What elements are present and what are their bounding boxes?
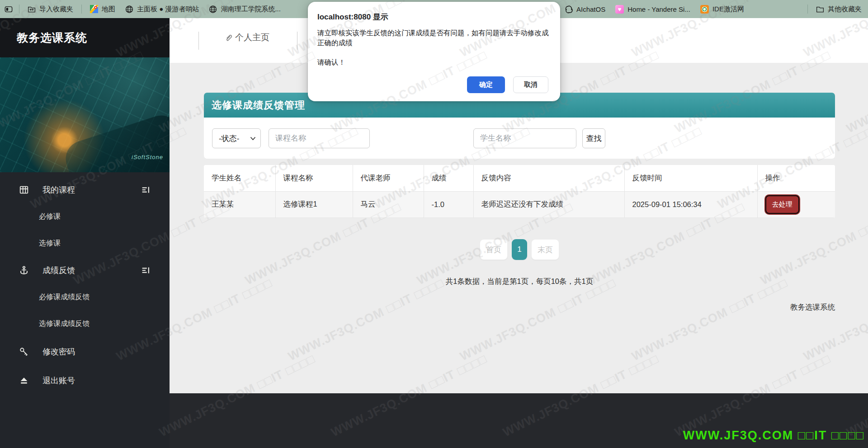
filter-card: -状态- 查找	[204, 118, 835, 159]
bookmark-label: 湖南理工学院系统...	[221, 5, 281, 14]
bookmarks-right-group: AIchatOS ♥ Home - Yandere Si... IDE激活网	[563, 0, 746, 18]
sidebar-item-required-courses[interactable]: 必修课	[0, 203, 170, 230]
student-name-input[interactable]	[473, 128, 576, 148]
filter-row: -状态- 查找	[212, 128, 605, 148]
bookmark-other-favorites[interactable]: 其他收藏夹	[814, 3, 863, 15]
sidebar-item-label: 成绩反馈	[42, 265, 75, 276]
column-header: 课程名称	[275, 165, 353, 191]
column-header: 学生姓名	[204, 165, 275, 191]
sidebar-menu: 我的课程 必修课 选修课 成绩反馈 必修课成绩反馈 选修课成绩反馈	[0, 172, 170, 395]
topnav-divider	[297, 32, 297, 50]
bookmark-hnist-system[interactable]: 湖南理工学院系统...	[207, 3, 283, 15]
last-page-button[interactable]: 末页	[531, 239, 559, 260]
page-title: 选修课成绩反馈管理	[212, 99, 305, 112]
dialog-message: 请立即核实该学生反馈的这门课成绩是否有问题，如有问题请去手动修改成正确的成绩	[317, 28, 551, 48]
paperclip-icon	[224, 33, 233, 42]
personal-home-label: 个人主页	[235, 32, 269, 43]
footer-system-name: 教务选课系统	[790, 302, 835, 312]
sidebar-banner-image: iSoftStone	[0, 57, 170, 172]
bookmarks-divider	[807, 5, 808, 14]
bookmark-label: 其他收藏夹	[828, 5, 862, 14]
cell-feedback-time: 2025-09-01 15:06:34	[624, 191, 757, 217]
globe-icon	[209, 5, 217, 13]
sidebar: 教务选课系统 iSoftStone 我的课程 必修课 选修课 成绩反馈	[0, 18, 170, 448]
table-grid-icon	[19, 185, 29, 195]
app-title: 教务选课系统	[17, 30, 87, 45]
table-row: 王某某 选修课程1 马云 -1.0 老师迟迟还没有下发成绩 2025-09-01…	[204, 191, 835, 217]
bookmark-label: 地图	[102, 5, 115, 14]
bottom-dark-band	[170, 393, 868, 448]
sidebar-item-logout[interactable]: 退出账号	[0, 366, 170, 395]
course-name-input[interactable]	[269, 128, 370, 148]
bookmark-yandere-home[interactable]: ♥ Home - Yandere Si...	[613, 3, 692, 15]
cell-teacher: 马云	[353, 191, 424, 217]
bookmarks-divider	[19, 5, 19, 14]
current-page-button[interactable]: 1	[512, 239, 527, 260]
sidebar-item-label: 必修课	[39, 212, 61, 222]
dialog-title: localhost:8080 显示	[317, 12, 551, 22]
sidebar-item-elective-grade-feedback[interactable]: 选修课成绩反馈	[0, 311, 170, 337]
submenu-list-icon[interactable]	[141, 185, 151, 195]
column-header: 反馈时间	[624, 165, 757, 191]
globe-icon	[125, 5, 133, 13]
bookmark-maps[interactable]: 地图	[88, 3, 117, 15]
bookmark-ide-activation[interactable]: IDE激活网	[698, 3, 746, 15]
sidebar-item-change-password[interactable]: 修改密码	[0, 337, 170, 366]
status-select-value: -状态-	[219, 133, 239, 144]
first-page-button[interactable]: 首页	[480, 239, 508, 260]
bookmarks-other-group: 其他收藏夹	[807, 0, 863, 18]
submenu-list-icon[interactable]	[141, 265, 151, 275]
topnav-divider	[198, 32, 199, 50]
sidebar-item-label: 必修课成绩反馈	[39, 292, 90, 302]
bookmark-import-favorites[interactable]: 导入收藏夹	[26, 3, 75, 15]
bookmarks-left-group: 导入收藏夹 地图 主面板 ● 漫游者哨站 湖南理工学院系统... C	[5, 0, 355, 18]
dialog-cancel-button[interactable]: 取消	[513, 76, 548, 93]
bookmark-aichatos[interactable]: AIchatOS	[563, 3, 607, 15]
pagination: 首页 1 末页	[204, 239, 835, 260]
sidebar-item-label: 退出账号	[42, 375, 75, 386]
sidebar-item-elective-courses[interactable]: 选修课	[0, 230, 170, 257]
bookmark-label: 导入收藏夹	[39, 5, 73, 14]
cell-feedback: 老师迟迟还没有下发成绩	[473, 191, 624, 217]
column-header: 反馈内容	[473, 165, 624, 191]
eject-icon	[19, 376, 29, 386]
banner-logo-text: iSoftStone	[132, 154, 163, 160]
anchor-icon	[19, 265, 29, 275]
sidebar-item-label: 我的课程	[42, 184, 75, 195]
sidebar-item-label: 选修课成绩反馈	[39, 319, 90, 329]
heart-icon: ♥	[615, 5, 624, 14]
cell-course-name: 选修课程1	[275, 191, 353, 217]
bookmark-dashboard[interactable]: 主面板 ● 漫游者哨站	[123, 3, 201, 15]
main-content: 选修课成绩反馈管理 -状态- 查找 学生姓名 课程名称 代课老师 成绩	[170, 63, 868, 393]
cell-student-name: 王某某	[204, 191, 275, 217]
bookmark-label: IDE激活网	[712, 5, 744, 14]
import-folder-icon	[28, 5, 36, 13]
sidebar-item-label: 修改密码	[42, 346, 75, 357]
status-select[interactable]: -状态-	[212, 128, 261, 148]
column-header: 操作	[757, 165, 835, 191]
dialog-confirm-note: 请确认！	[317, 58, 551, 67]
bookmark-label: AIchatOS	[576, 5, 605, 13]
chevron-down-icon	[250, 137, 256, 141]
browser-alert-dialog: localhost:8080 显示 请立即核实该学生反馈的这门课成绩是否有问题，…	[308, 2, 560, 101]
table-header-row: 学生姓名 课程名称 代课老师 成绩 反馈内容 反馈时间 操作	[204, 165, 835, 191]
search-button[interactable]: 查找	[582, 128, 605, 148]
ai-knot-icon	[565, 5, 573, 13]
dialog-ok-button[interactable]: 确定	[467, 76, 505, 93]
bookmarks-divider	[81, 5, 82, 14]
pagination-summary: 共1条数据，当前是第1页，每页10条，共1页	[204, 277, 835, 287]
feedback-table: 学生姓名 课程名称 代课老师 成绩 反馈内容 反馈时间 操作 王某某 选修课程1…	[204, 165, 835, 218]
handle-button[interactable]: 去处理	[765, 195, 799, 214]
key-icon	[19, 347, 29, 357]
folder-icon	[816, 5, 824, 13]
bookmark-label: Home - Yandere Si...	[627, 5, 690, 13]
dialog-buttons: 确定 取消	[467, 76, 548, 93]
sidebar-title-band: 教务选课系统	[0, 18, 170, 57]
sidebar-item-my-courses[interactable]: 我的课程	[0, 176, 170, 203]
sidebar-item-required-grade-feedback[interactable]: 必修课成绩反馈	[0, 284, 170, 311]
tab-sidebar-icon[interactable]	[5, 5, 13, 13]
sidebar-item-grade-feedback[interactable]: 成绩反馈	[0, 257, 170, 284]
cell-score: -1.0	[424, 191, 473, 217]
sidebar-item-label: 选修课	[39, 239, 61, 248]
personal-home-link[interactable]: 个人主页	[224, 32, 269, 43]
